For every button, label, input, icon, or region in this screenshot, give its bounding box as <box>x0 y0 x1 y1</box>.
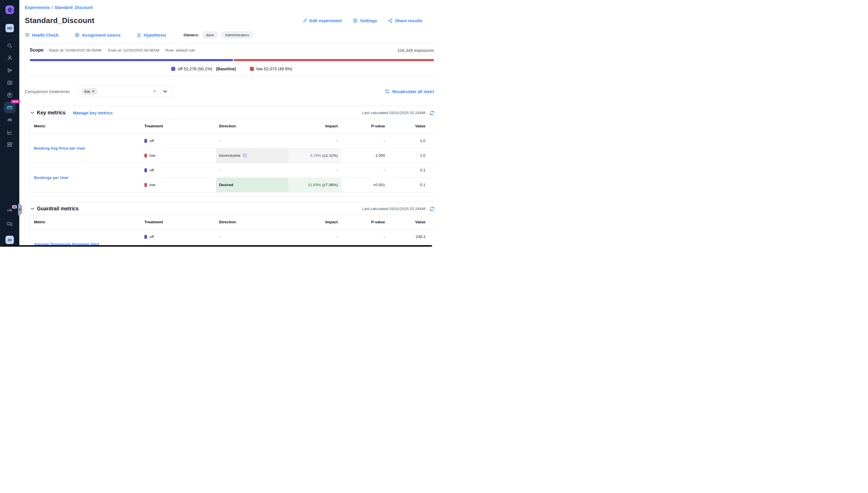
col-value: Value <box>388 119 434 133</box>
sidebar-item-feature-gates[interactable] <box>4 77 16 88</box>
question-circle-icon[interactable]: ? <box>242 153 247 157</box>
legend-swatch-blue <box>171 67 175 71</box>
last-calculated-text: Last calculated 03/31/2025 02:24AM <box>362 111 425 115</box>
guardrail-metrics-title: Guardrail metrics <box>37 206 79 212</box>
legend-item-off: off 52,276 (50.1%) (Baseline) <box>171 67 236 71</box>
key-metrics-section: Key metrics Manage key metrics Last calc… <box>25 106 434 197</box>
sidebar-item-search[interactable] <box>4 40 16 51</box>
breadcrumb-experiments-link[interactable]: Experiments <box>25 5 50 10</box>
metric-link[interactable]: Bookings per User <box>34 175 69 180</box>
scope-starts: Starts at: 02/06/2025 08:06AM <box>49 48 102 52</box>
edit-experiment-button[interactable]: Edit experiment <box>302 18 342 23</box>
col-treatment: Treatment <box>140 119 216 133</box>
treatment-name: low <box>150 153 155 157</box>
treatment-name: off <box>150 168 154 172</box>
collapse-chevron-icon[interactable] <box>30 208 34 210</box>
treatment-chip-label: low <box>84 89 90 94</box>
col-direction: Direction <box>216 119 288 133</box>
recalculate-label: Recalculate all metrics <box>392 89 434 94</box>
chevron-down-icon[interactable] <box>162 90 169 93</box>
select-clear-icon[interactable]: ✕ <box>150 89 159 94</box>
logo-glyph-icon <box>7 7 13 13</box>
impact-cell: - <box>288 133 341 148</box>
line-chart-icon <box>7 129 13 135</box>
refresh-icon[interactable] <box>429 206 434 212</box>
direction-cell: - <box>216 229 288 244</box>
sidebar-item-users[interactable] <box>4 52 16 64</box>
pvalue-cell: 1.000 <box>341 148 388 163</box>
manage-key-metrics-link[interactable]: Manage key metrics <box>73 111 113 115</box>
last-calculated-text: Last calculated 03/31/2025 02:24AM <box>362 207 425 211</box>
guardrail-metrics-table: Metric Treatment Direction Impact P-valu… <box>29 215 434 246</box>
direction-cell: - <box>216 163 288 177</box>
health-check-label: Health Check <box>32 33 59 38</box>
metric-link[interactable]: Booking Avg Price per User <box>34 146 85 150</box>
select-divider <box>160 88 160 94</box>
pvalue-cell: - <box>341 163 388 177</box>
gear-icon <box>353 18 358 23</box>
refresh-icon[interactable] <box>429 110 434 115</box>
value-cell: 1.0 <box>388 133 434 148</box>
sidebar-item-dashboards[interactable] <box>4 139 16 150</box>
table-row: Booking Avg Price per User off - - - 1.0 <box>29 133 434 148</box>
sidebar-item-experiments-active[interactable]: NEW <box>4 102 16 113</box>
collapse-chevron-icon[interactable] <box>30 111 34 114</box>
sidebar-item-releases[interactable] <box>4 89 16 101</box>
more-options-button[interactable] <box>433 17 434 24</box>
sidebar-expand-handle[interactable] <box>18 204 22 215</box>
sparkle-icon <box>7 208 13 214</box>
share-results-button[interactable]: Share results <box>388 18 422 23</box>
owner-pill[interactable]: Administrators <box>221 31 253 39</box>
scope-card: Scope Starts at: 02/06/2025 08:06AM Ends… <box>25 43 434 76</box>
sidebar-item-help[interactable]: ? <box>7 221 13 227</box>
impact-cell: 0.19% (±1.11%) <box>288 148 341 163</box>
user-avatar[interactable]: JO <box>5 236 14 244</box>
sidebar: HO <box>0 0 19 246</box>
table-row: Bookings per User off - - - 0.1 <box>29 163 434 177</box>
legend-baseline-tag: (Baseline) <box>216 67 236 71</box>
sidebar-item-ai-assistant[interactable]: AI <box>7 208 13 214</box>
treatment-bar-segment <box>234 59 434 61</box>
hypothesis-link[interactable]: Hypothesis <box>136 33 166 38</box>
statsig-logo-icon[interactable] <box>5 5 14 14</box>
hexagons-icon <box>7 67 13 73</box>
main-content: Experiments/Standard_Discount Standard_D… <box>19 0 434 246</box>
impact-cell: - <box>288 229 341 244</box>
health-check-link[interactable]: Health Check <box>25 33 59 38</box>
treatment-dot-off <box>144 168 147 172</box>
col-impact: Impact <box>288 215 341 229</box>
treatment-dot-low <box>144 183 147 187</box>
workspace-badge[interactable]: HO <box>5 24 14 32</box>
new-badge: NEW <box>11 100 20 103</box>
sidebar-divider <box>0 36 19 36</box>
settings-button[interactable]: Settings <box>353 18 377 23</box>
settings-label: Settings <box>360 18 377 23</box>
value-cell: 238.3 <box>388 229 434 244</box>
hypothesis-label: Hypothesis <box>144 33 166 38</box>
sidebar-item-audiences[interactable] <box>4 114 16 126</box>
treatment-dot-low <box>144 154 147 157</box>
owner-pill[interactable]: dave <box>202 31 218 39</box>
breadcrumb-separator: / <box>51 5 53 10</box>
treatment-name: low <box>150 183 155 187</box>
comparison-treatments-select[interactable]: low ✕ ✕ <box>78 86 172 97</box>
legend-off-label: off 52,276 (50.1%) <box>178 67 212 71</box>
breadcrumb-current-link[interactable]: Standard_Discount <box>55 5 93 10</box>
impact-cell: - <box>288 163 341 177</box>
chip-remove-icon[interactable]: ✕ <box>92 89 94 93</box>
chevron-right-icon <box>19 208 22 211</box>
sidebar-item-analytics[interactable] <box>4 127 16 138</box>
owners-label: Owners: <box>184 33 199 37</box>
assignment-source-label: Assignment source <box>82 33 121 38</box>
col-metric: Metric <box>29 119 140 133</box>
recalculate-all-metrics-button[interactable]: Recalculate all metrics <box>385 89 434 94</box>
refresh-icon <box>385 89 389 94</box>
heart-check-icon <box>25 33 30 38</box>
pencil-icon <box>302 18 307 23</box>
value-cell: 0.1 <box>388 163 434 177</box>
legend-swatch-red <box>250 67 254 71</box>
assignment-source-link[interactable]: Assignment source <box>75 33 121 38</box>
sidebar-item-segments[interactable] <box>4 65 16 76</box>
treatment-chip-low[interactable]: low ✕ <box>82 88 98 95</box>
chat-question-icon: ? <box>7 221 13 227</box>
